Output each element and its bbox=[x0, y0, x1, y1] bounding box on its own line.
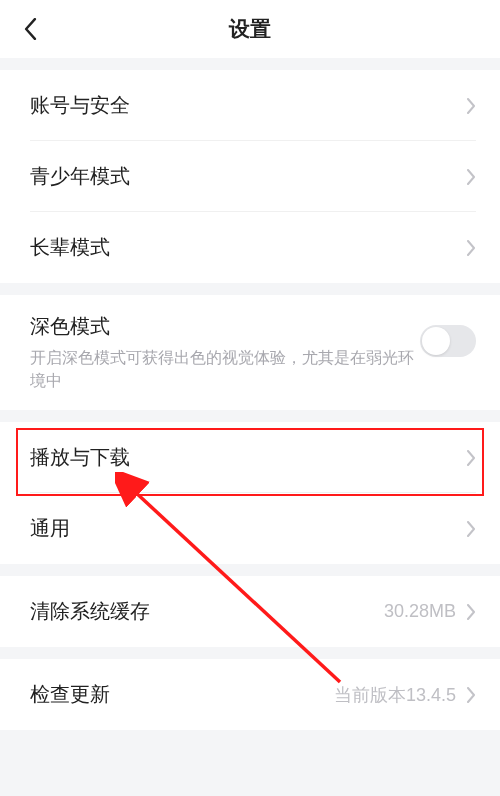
cell-label: 账号与安全 bbox=[30, 92, 130, 119]
cell-label: 通用 bbox=[30, 515, 70, 542]
cell-account-security[interactable]: 账号与安全 bbox=[0, 70, 500, 141]
back-button[interactable] bbox=[18, 17, 42, 41]
settings-group-5: 检查更新 当前版本13.4.5 bbox=[0, 659, 500, 730]
chevron-right-icon bbox=[466, 98, 476, 114]
cell-check-update[interactable]: 检查更新 当前版本13.4.5 bbox=[0, 659, 500, 730]
cell-main: 深色模式 开启深色模式可获得出色的视觉体验，尤其是在弱光环境中 bbox=[30, 313, 420, 392]
chevron-right-icon bbox=[466, 521, 476, 537]
version-value: 当前版本13.4.5 bbox=[334, 683, 456, 707]
cell-clear-cache[interactable]: 清除系统缓存 30.28MB bbox=[0, 576, 500, 647]
header-bar: 设置 bbox=[0, 0, 500, 58]
chevron-right-icon bbox=[466, 169, 476, 185]
settings-group-2: 深色模式 开启深色模式可获得出色的视觉体验，尤其是在弱光环境中 bbox=[0, 295, 500, 410]
cell-label: 长辈模式 bbox=[30, 234, 110, 261]
cell-dark-mode: 深色模式 开启深色模式可获得出色的视觉体验，尤其是在弱光环境中 bbox=[0, 295, 500, 410]
settings-group-1: 账号与安全 青少年模式 长辈模式 bbox=[0, 70, 500, 283]
cell-description: 开启深色模式可获得出色的视觉体验，尤其是在弱光环境中 bbox=[30, 346, 420, 392]
page-title: 设置 bbox=[229, 15, 271, 43]
dark-mode-toggle[interactable] bbox=[420, 325, 476, 357]
cell-label: 清除系统缓存 bbox=[30, 598, 150, 625]
cell-label: 深色模式 bbox=[30, 313, 420, 340]
cell-youth-mode[interactable]: 青少年模式 bbox=[0, 141, 500, 212]
cache-size-value: 30.28MB bbox=[384, 601, 456, 622]
settings-group-4: 清除系统缓存 30.28MB bbox=[0, 576, 500, 647]
cell-label: 青少年模式 bbox=[30, 163, 130, 190]
cell-playback-download[interactable]: 播放与下载 bbox=[0, 422, 500, 493]
cell-label: 播放与下载 bbox=[30, 444, 130, 471]
cell-general[interactable]: 通用 bbox=[0, 493, 500, 564]
settings-group-3: 播放与下载 通用 bbox=[0, 422, 500, 564]
chevron-right-icon bbox=[466, 604, 476, 620]
settings-content: 账号与安全 青少年模式 长辈模式 深色模式 开启深色模式可获得出色的视觉体验，尤… bbox=[0, 70, 500, 730]
cell-label: 检查更新 bbox=[30, 681, 110, 708]
chevron-right-icon bbox=[466, 450, 476, 466]
chevron-right-icon bbox=[466, 687, 476, 703]
chevron-right-icon bbox=[466, 240, 476, 256]
cell-right: 30.28MB bbox=[384, 601, 476, 622]
cell-right: 当前版本13.4.5 bbox=[334, 683, 476, 707]
chevron-left-icon bbox=[23, 18, 38, 40]
cell-elder-mode[interactable]: 长辈模式 bbox=[0, 212, 500, 283]
